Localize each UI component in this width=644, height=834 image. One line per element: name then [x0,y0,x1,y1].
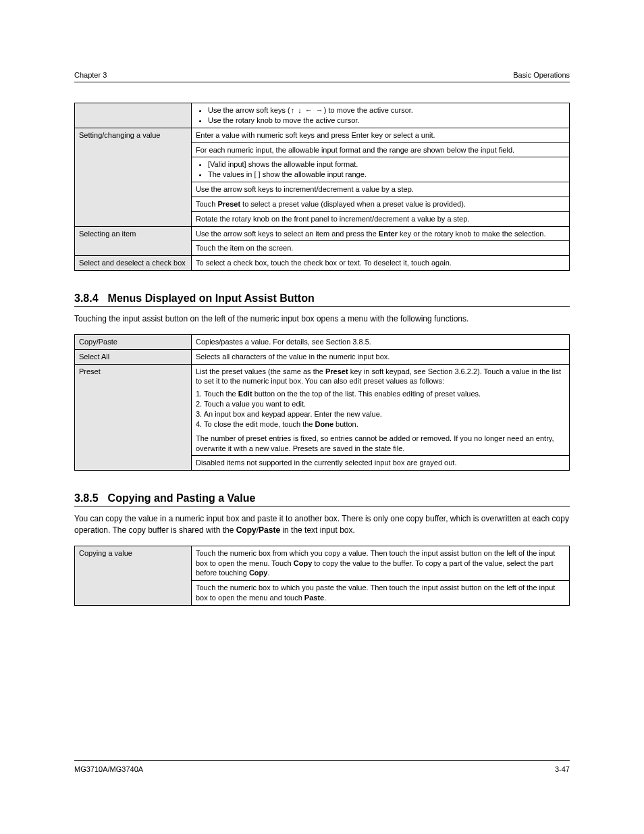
cell-content: Disabled items not supported in the curr… [192,456,570,471]
table-row: Setting/changing a value Enter a value w… [75,128,570,142]
cell-label [75,103,192,128]
basic-operations-table: Use the arrow soft keys (↑ ↓ ← →) to mov… [74,103,570,271]
cell-label: Selecting an item [75,226,192,256]
page-footer: MG3710A/MG3740A 3-47 [74,760,570,773]
section-heading: 3.8.5 Copying and Pasting a Value [74,492,570,504]
note-text: The number of preset entries is fixed, s… [196,434,565,454]
section-heading: 3.8.4 Menus Displayed on Input Assist Bu… [74,292,570,305]
cell-content: Touch the numeric box to which you paste… [192,581,570,606]
section-rule [74,306,570,307]
cell-content: Use the arrow soft keys to increment/dec… [192,182,570,197]
cell-label: Select All [75,349,192,364]
cell-content: Enter a value with numeric soft keys and… [192,128,570,142]
step-line: 3. An input box and keypad appear. Enter… [196,409,565,419]
page-header: Chapter 3 Basic Operations [74,71,570,79]
table-row: Copying a value Touch the numeric box fr… [75,546,570,581]
cell-label: Copying a value [75,546,192,605]
footer-right: 3-47 [555,765,570,773]
section-desc: Touching the input assist button on the … [74,313,570,325]
cell-content: Touch Preset to select a preset value (d… [192,197,570,211]
cell-content: Copies/pastes a value. For details, see … [192,334,570,349]
cell-label: Preset [75,364,192,471]
footer-left: MG3710A/MG3740A [74,765,143,773]
cell-content: Rotate the rotary knob on the front pane… [192,211,570,226]
step-line: 2. Touch a value you want to edit. [196,399,565,409]
cell-text: List the preset values (the same as the … [196,367,561,386]
bullet-item: [Valid input] shows the allowable input … [208,159,565,170]
input-assist-table: Copy/Paste Copies/pastes a value. For de… [74,334,570,471]
section-desc: You can copy the value in a numeric inpu… [74,513,570,536]
cell-content: Use the arrow soft keys to select an ite… [192,226,570,241]
bullet-item: The values in [ ] show the allowable inp… [208,170,565,180]
cell-content: List the preset values (the same as the … [192,364,570,456]
section-number: 3.8.5 [74,492,99,504]
step-line: 4. To close the edit mode, touch the Don… [196,419,565,429]
section-title: Menus Displayed on Input Assist Button [108,292,315,305]
cell-content: To select a check box, touch the check b… [192,256,570,271]
cell-label: Copy/Paste [75,334,192,349]
cell-content: Touch the numeric box from which you cop… [192,546,570,581]
cell-content: [Valid input] shows the allowable input … [192,157,570,182]
table-row: Select All Selects all characters of the… [75,349,570,364]
header-left: Chapter 3 [74,71,107,79]
header-rule [74,82,570,82]
table-row: Use the arrow soft keys (↑ ↓ ← →) to mov… [75,103,570,128]
cell-label: Setting/changing a value [75,128,192,226]
table-row: Copy/Paste Copies/pastes a value. For de… [75,334,570,349]
table-row: Preset List the preset values (the same … [75,364,570,456]
copy-paste-table: Copying a value Touch the numeric box fr… [74,546,570,606]
header-right: Basic Operations [513,71,570,79]
cell-label: Select and deselect a check box [75,256,192,271]
bullet-item: Use the rotary knob to move the active c… [208,115,565,126]
page: Chapter 3 Basic Operations Use the arrow… [0,0,644,834]
cell-content: Use the arrow soft keys (↑ ↓ ← →) to mov… [192,103,570,128]
section-number: 3.8.4 [74,292,99,305]
cell-content: Touch the item on the screen. [192,241,570,256]
cell-content: For each numeric input, the allowable in… [192,142,570,157]
table-row: Select and deselect a check box To selec… [75,256,570,271]
bullet-item: Use the arrow soft keys (↑ ↓ ← →) to mov… [208,105,565,115]
section-title: Copying and Pasting a Value [108,492,256,504]
section-rule [74,506,570,506]
step-line: 1. Touch the Edit button on the the top … [196,389,565,399]
cell-content: Selects all characters of the value in t… [192,349,570,364]
table-row: Selecting an item Use the arrow soft key… [75,226,570,241]
